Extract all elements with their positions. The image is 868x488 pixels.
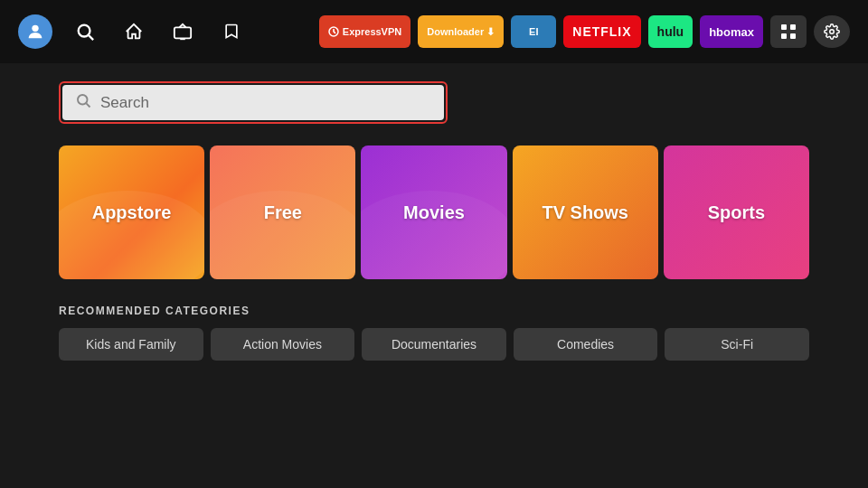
- tv-icon[interactable]: [166, 15, 199, 48]
- svg-rect-10: [790, 33, 796, 39]
- main-content: Search Appstore Free Movies TV Shows Spo…: [0, 63, 868, 379]
- tag-action-movies[interactable]: Action Movies: [211, 328, 355, 361]
- svg-point-11: [830, 30, 835, 34]
- recommended-title: RECOMMENDED CATEGORIES: [59, 305, 809, 317]
- tag-kids-family[interactable]: Kids and Family: [59, 328, 203, 361]
- search-icon: [75, 92, 91, 113]
- search-container[interactable]: Search: [59, 81, 448, 124]
- recommended-section: RECOMMENDED CATEGORIES Kids and Family A…: [59, 305, 809, 361]
- svg-point-12: [78, 95, 88, 105]
- nav-right: ExpressVPN Downloader ⬇ EI NETFLIX hulu …: [319, 15, 850, 48]
- ei-button[interactable]: EI: [511, 15, 556, 48]
- category-card-appstore[interactable]: Appstore: [59, 145, 204, 279]
- home-icon[interactable]: [118, 15, 150, 48]
- tag-comedies[interactable]: Comedies: [514, 328, 658, 361]
- svg-rect-3: [175, 27, 191, 38]
- bookmark-icon[interactable]: [215, 15, 248, 48]
- svg-rect-9: [781, 33, 787, 39]
- hbomax-button[interactable]: hbomax: [700, 15, 763, 48]
- downloader-button[interactable]: Downloader ⬇: [418, 15, 504, 48]
- svg-line-2: [89, 35, 93, 40]
- grid-view-button[interactable]: [770, 15, 807, 48]
- recommended-tags: Kids and Family Action Movies Documentar…: [59, 328, 809, 361]
- search-placeholder-text: Search: [100, 94, 149, 112]
- tag-scifi[interactable]: Sci-Fi: [665, 328, 809, 361]
- search-nav-icon[interactable]: [69, 15, 101, 48]
- hulu-button[interactable]: hulu: [648, 15, 693, 48]
- top-nav: ExpressVPN Downloader ⬇ EI NETFLIX hulu …: [0, 0, 868, 63]
- netflix-button[interactable]: NETFLIX: [563, 15, 640, 48]
- user-avatar[interactable]: [18, 14, 52, 49]
- nav-left: [18, 14, 319, 49]
- svg-rect-7: [781, 24, 787, 30]
- svg-line-13: [86, 103, 90, 107]
- svg-rect-8: [790, 24, 796, 30]
- category-card-movies[interactable]: Movies: [361, 145, 506, 279]
- tag-documentaries[interactable]: Documentaries: [362, 328, 506, 361]
- svg-point-0: [32, 25, 38, 32]
- category-card-sports[interactable]: Sports: [664, 145, 809, 279]
- category-cards: Appstore Free Movies TV Shows Sports: [59, 145, 809, 279]
- category-card-free[interactable]: Free: [210, 145, 355, 279]
- search-bar[interactable]: Search: [62, 85, 444, 120]
- expressvpn-button[interactable]: ExpressVPN: [319, 15, 410, 48]
- svg-point-1: [79, 25, 90, 37]
- category-card-tvshows[interactable]: TV Shows: [513, 145, 658, 279]
- settings-button[interactable]: [814, 15, 850, 48]
